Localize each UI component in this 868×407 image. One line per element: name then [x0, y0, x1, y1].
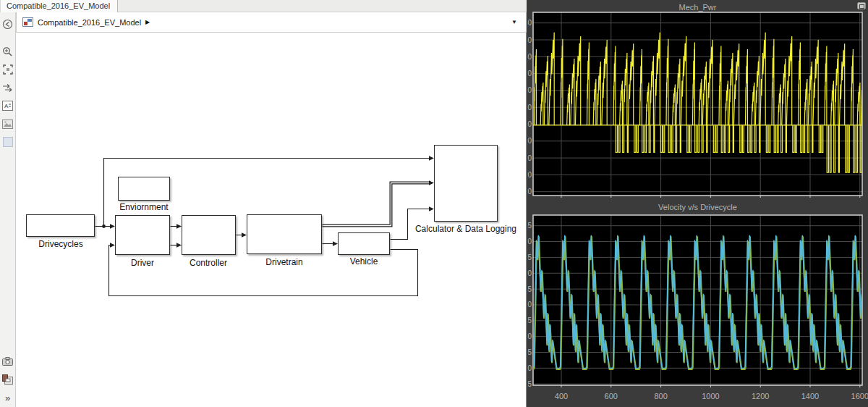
svg-text:0: 0 [527, 238, 532, 246]
model-tab[interactable]: Compatible_2016_EV_Model [0, 0, 118, 12]
svg-text:0: 0 [527, 301, 532, 309]
model-file-icon [22, 17, 33, 27]
svg-text:0: 0 [527, 19, 532, 27]
svg-text:A: A [4, 103, 9, 109]
svg-text:0: 0 [527, 53, 532, 61]
block-controller[interactable] [182, 215, 236, 255]
breadcrumb[interactable]: Compatible_2016_EV_Model [38, 18, 141, 27]
block-drivecycles[interactable] [26, 214, 95, 237]
block-vehicle-label: Vehicle [350, 256, 378, 267]
svg-text:5: 5 [527, 253, 532, 261]
svg-text:0: 0 [527, 269, 532, 277]
svg-text:5: 5 [527, 348, 532, 356]
expand-more-icon[interactable]: » [1, 391, 14, 404]
block-vehicle[interactable] [338, 232, 390, 255]
svg-text:0: 0 [527, 86, 532, 94]
block-environment-label: Enviornment [119, 202, 168, 212]
svg-text:0: 0 [527, 104, 532, 112]
panel-collapse-icon[interactable] [1, 17, 14, 30]
svg-text:0: 0 [527, 364, 532, 372]
application-window: Compatible_2016_EV_Model Compatible_2016… [0, 0, 868, 407]
svg-text:0: 0 [527, 36, 532, 44]
select-area-icon[interactable] [1, 135, 14, 148]
svg-text:0: 0 [527, 70, 532, 77]
block-driver-label: Driver [131, 258, 154, 268]
svg-text:400: 400 [555, 392, 568, 400]
breadcrumb-bar: Compatible_2016_EV_Model ▶ ▼ [16, 12, 527, 33]
svg-text:0: 0 [527, 154, 532, 162]
model-tab-label: Compatible_2016_EV_Model [7, 1, 110, 10]
scope-window: Mech_Pwr 0000000000050505050505400600800… [527, 0, 868, 407]
svg-text:600: 600 [605, 392, 618, 400]
block-calculator[interactable] [434, 145, 498, 222]
svg-text:5: 5 [527, 380, 532, 388]
scope-title-velocity: Velocity v/s Drivecycle [533, 203, 862, 211]
svg-text:1200: 1200 [752, 392, 769, 400]
signal-arrows-icon[interactable] [1, 81, 14, 94]
block-drivetrain-label: Drivetrain [265, 257, 302, 267]
model-canvas[interactable]: Drivecycles Enviornment Driver Controlle… [0, 0, 527, 407]
svg-text:1400: 1400 [801, 392, 819, 400]
camera-icon[interactable] [1, 355, 14, 368]
chevron-down-icon[interactable]: ▼ [511, 19, 520, 25]
fit-to-view-icon[interactable] [1, 63, 14, 76]
simulink-editor: Compatible_2016_EV_Model Compatible_2016… [0, 0, 527, 407]
svg-text:0: 0 [527, 137, 532, 145]
subsystem-badge-icon[interactable] [1, 373, 14, 386]
block-environment[interactable] [118, 177, 170, 201]
svg-text:0: 0 [527, 171, 532, 179]
image-icon[interactable] [1, 117, 14, 130]
branch-point [102, 225, 106, 228]
breadcrumb-caret-icon: ▶ [145, 19, 150, 25]
annotation-icon[interactable]: A [1, 99, 14, 112]
svg-text:5: 5 [527, 316, 532, 324]
svg-text:5: 5 [527, 285, 532, 293]
svg-text:0: 0 [527, 188, 532, 196]
svg-text:1000: 1000 [702, 392, 719, 400]
block-drivecycles-label: Drivecycles [38, 239, 82, 249]
svg-text:0: 0 [527, 120, 532, 128]
svg-text:0: 0 [527, 332, 532, 340]
svg-text:800: 800 [654, 392, 667, 400]
svg-text:1600: 1600 [851, 392, 868, 400]
block-drivetrain[interactable] [247, 214, 322, 254]
block-controller-label: Controller [190, 258, 227, 268]
block-calculator-label: Calculator & Data Logging [415, 224, 516, 234]
zoom-in-icon[interactable] [1, 45, 14, 58]
tab-bar: Compatible_2016_EV_Model [0, 0, 527, 12]
editor-side-palette: A » [0, 12, 16, 407]
svg-text:5: 5 [527, 222, 532, 230]
block-driver[interactable] [115, 215, 170, 255]
